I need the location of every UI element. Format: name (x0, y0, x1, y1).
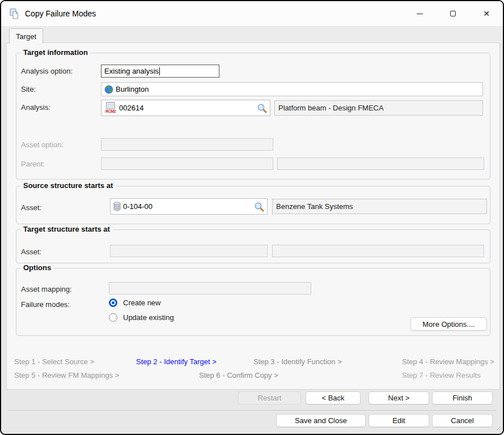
source-asset-description: Benzene Tank Systems (276, 202, 353, 211)
analysis-option-label: Analysis option: (21, 67, 73, 75)
target-asset-input (110, 245, 268, 257)
finish-button-label: Finish (452, 394, 472, 402)
site-label: Site: (21, 85, 36, 93)
source-asset-search-icon[interactable] (254, 202, 264, 212)
step-7-link[interactable]: Step 7 - Review Results (402, 371, 481, 379)
target-asset-label: Asset: (21, 248, 41, 256)
back-button-label: < Back (321, 394, 344, 402)
analysis-value: 002614 (119, 104, 257, 112)
parent-label: Parent: (21, 160, 45, 168)
window-controls: ✕ (406, 1, 499, 26)
failure-modes-label: Failure modes: (21, 300, 70, 309)
target-asset-description-field (272, 245, 484, 257)
source-asset-lookup-field[interactable]: 0-104-00 (110, 198, 268, 215)
asset-option-label: Asset option: (21, 140, 63, 149)
update-existing-radio-option[interactable]: Update existing (109, 313, 174, 322)
edit-button-label: Edit (392, 416, 405, 425)
minimize-button[interactable] (406, 1, 433, 26)
close-icon: ✕ (483, 10, 490, 18)
copy-failure-modes-dialog: Copy Failure Modes ✕ Target Target infor… (0, 0, 504, 435)
group-target-structure-legend: Target structure starts at (20, 225, 113, 233)
parent-description-field (277, 157, 484, 170)
analysis-description-field: Platform beam - Design FMECA (274, 100, 483, 116)
analysis-lookup-field[interactable]: RCM2 002614 (101, 100, 270, 116)
maximize-button[interactable] (440, 1, 466, 26)
group-target-information: Target information Analysis option: Exis… (16, 53, 490, 180)
save-and-close-button-label: Save and Close (295, 416, 347, 425)
analysis-option-value: Existing analysis (104, 67, 159, 75)
tab-target-label: Target (16, 32, 36, 41)
text-caret (159, 67, 160, 75)
step-3-link[interactable]: Step 3 - Identify Function > (253, 357, 342, 366)
save-and-close-button[interactable]: Save and Close (276, 414, 366, 427)
restart-button: Restart (238, 391, 301, 404)
next-button[interactable]: Next > (369, 391, 429, 404)
step-4-link[interactable]: Step 4 - Review Mappings > (402, 357, 494, 366)
asset-mapping-input (109, 282, 311, 295)
rcm2-document-icon: RCM2 (104, 102, 117, 114)
more-options-button-label: More Options.... (422, 320, 475, 329)
asset-option-input (101, 138, 273, 151)
more-options-button[interactable]: More Options.... (410, 317, 487, 331)
close-button[interactable]: ✕ (473, 1, 499, 26)
next-button-label: Next > (388, 394, 410, 402)
group-source-structure-legend: Source structure starts at (20, 181, 116, 190)
step-6-link[interactable]: Step 6 - Confirm Copy > (199, 371, 278, 379)
tab-strip (1, 26, 503, 42)
update-existing-label: Update existing (123, 313, 174, 322)
database-icon (113, 202, 121, 211)
tab-page-target: Target information Analysis option: Exis… (6, 42, 500, 390)
tab-target[interactable]: Target (9, 28, 43, 44)
rcm2-caption: RCM2 (105, 109, 116, 114)
group-target-structure: Target structure starts at Asset: (16, 229, 490, 263)
globe-icon (104, 85, 113, 94)
source-asset-label: Asset: (21, 203, 41, 212)
maximize-icon (450, 11, 456, 16)
group-source-structure: Source structure starts at Asset: 0-104-… (16, 186, 490, 224)
window-title: Copy Failure Modes (25, 9, 96, 18)
copy-pages-icon (9, 8, 20, 19)
back-button[interactable]: < Back (306, 391, 361, 404)
step-5-link[interactable]: Step 5 - Review FM Mappings > (14, 371, 119, 379)
step-2-link[interactable]: Step 2 - Identify Target > (136, 357, 217, 366)
asset-mapping-label: Asset mapping: (21, 285, 72, 293)
edit-button[interactable]: Edit (369, 414, 429, 427)
radio-dot (112, 301, 115, 304)
create-new-radio-option[interactable]: Create new (109, 298, 160, 307)
minimize-icon (417, 14, 423, 14)
group-target-information-legend: Target information (20, 48, 91, 57)
site-field[interactable]: Burlington (101, 82, 483, 96)
source-asset-value: 0-104-00 (123, 202, 254, 211)
cancel-button-label: Cancel (451, 416, 473, 425)
analysis-description: Platform beam - Design FMECA (278, 104, 384, 112)
group-options-legend: Options (20, 263, 54, 272)
parent-input (101, 157, 273, 170)
create-new-label: Create new (123, 298, 160, 307)
source-asset-description-field: Benzene Tank Systems (272, 199, 487, 214)
resize-grip[interactable] (495, 424, 501, 432)
footer-divider (8, 410, 496, 411)
finish-button[interactable]: Finish (432, 391, 493, 404)
site-value: Burlington (116, 85, 480, 93)
rcm2-document-glyph (106, 102, 115, 109)
create-new-radio (109, 298, 117, 307)
cancel-button[interactable]: Cancel (432, 414, 493, 427)
step-1-link[interactable]: Step 1 - Select Source > (14, 357, 94, 366)
analysis-option-input[interactable]: Existing analysis (101, 65, 219, 78)
analysis-label: Analysis: (21, 103, 50, 112)
group-options: Options Asset mapping: Failure modes: Cr… (16, 268, 490, 336)
restart-button-label: Restart (258, 394, 282, 402)
titlebar: Copy Failure Modes ✕ (1, 1, 503, 26)
analysis-search-icon[interactable] (257, 103, 267, 113)
update-existing-radio (109, 313, 117, 322)
